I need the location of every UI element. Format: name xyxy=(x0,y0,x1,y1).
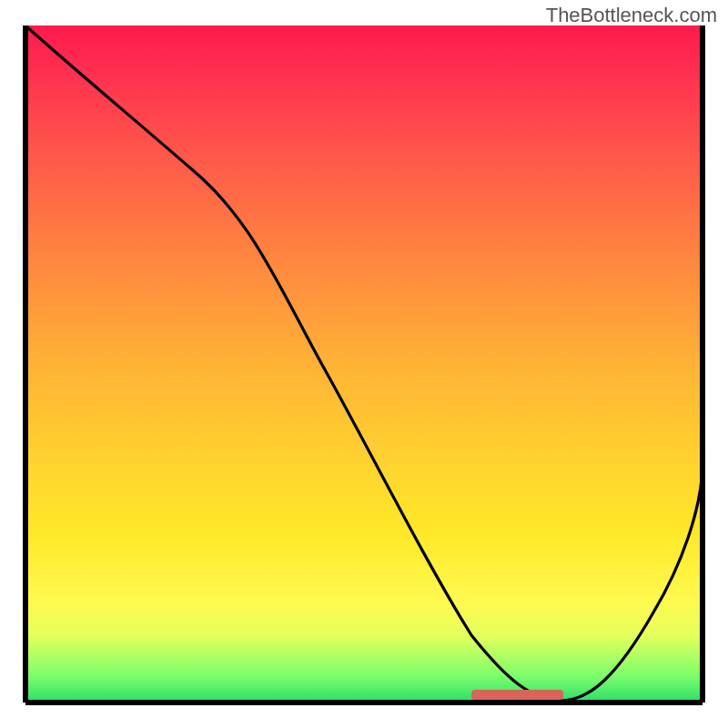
chart-axes xyxy=(0,0,728,728)
watermark-text: TheBottleneck.com xyxy=(546,4,717,27)
chart-container: TheBottleneck.com xyxy=(0,0,728,728)
